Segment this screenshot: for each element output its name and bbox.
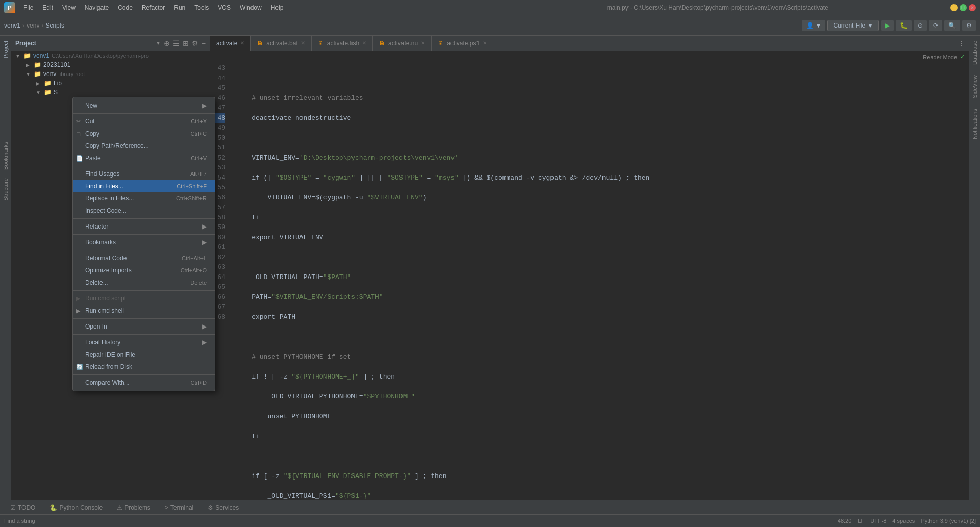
menu-refactor[interactable]: Refactor: [138, 3, 169, 12]
ctx-paste[interactable]: 📄 Paste Ctrl+V: [73, 152, 215, 164]
bottom-tab-python-console[interactable]: 🐍 Python Console: [43, 503, 109, 512]
sidebar-tab-bookmarks[interactable]: Bookmarks: [1, 138, 10, 174]
tree-item-20231101[interactable]: ▶ 📁 20231101: [11, 60, 210, 69]
search-everywhere-button[interactable]: 🔍: [944, 20, 960, 31]
code-line-43: [236, 73, 969, 84]
menu-code[interactable]: Code: [114, 3, 137, 12]
tabs-more-button[interactable]: ⋮: [954, 39, 969, 47]
editor-area: activate ✕ 🗎 activate.bat ✕ 🗎 activate.f…: [210, 36, 969, 500]
profile-button[interactable]: 👤 ▼: [802, 20, 825, 31]
reader-mode-label[interactable]: Reader Mode: [923, 54, 957, 60]
title-bar: P File Edit View Navigate Code Refactor …: [0, 0, 980, 15]
ctx-reload-disk[interactable]: 🔄 Reload from Disk: [73, 361, 215, 373]
ctx-compare-with[interactable]: Compare With... Ctrl+D: [73, 377, 215, 389]
find-string-label[interactable]: Find a string: [4, 518, 35, 524]
ctx-cut[interactable]: ✂ Cut Ctrl+X: [73, 115, 215, 128]
ctx-copy-path[interactable]: Copy Path/Reference...: [73, 140, 215, 152]
ctx-replace-in-files[interactable]: Replace in Files... Ctrl+Shift+R: [73, 192, 215, 205]
menu-help[interactable]: Help: [267, 3, 288, 12]
ctx-run-cmd-shell[interactable]: ▶ Run cmd shell: [73, 305, 215, 317]
context-menu: New ▶ ✂ Cut Ctrl+X ◻ Copy Ctrl+C Copy Pa…: [72, 97, 215, 391]
code-line-52: [236, 253, 969, 263]
code-content[interactable]: # unset irrelevant variables deactivate …: [232, 63, 969, 500]
ctx-delete[interactable]: Delete... Delete: [73, 277, 215, 289]
coverage-button[interactable]: ⊙: [914, 20, 927, 31]
tab-activate-fish-close[interactable]: ✕: [362, 40, 366, 46]
indent-setting[interactable]: 4 spaces: [892, 518, 915, 524]
tree-item-venv1[interactable]: ▼ 📁 venv1 C:\Users\Xu Han\Desktop\pychar…: [11, 51, 210, 60]
sidebar-tab-sideview[interactable]: SideView: [970, 70, 979, 104]
sidebar-tab-database[interactable]: Database: [970, 36, 979, 70]
bottom-tab-services[interactable]: ⚙ Services: [202, 503, 245, 512]
tab-activate-fish[interactable]: 🗎 activate.fish ✕: [312, 36, 373, 51]
services-icon: ⚙: [208, 504, 213, 511]
ctx-bookmarks[interactable]: Bookmarks ▶: [73, 236, 215, 248]
breadcrumb-sep2: ›: [41, 22, 43, 29]
run-button[interactable]: ▶: [881, 20, 894, 31]
tree-item-lib[interactable]: ▶ 📁 Lib: [11, 79, 210, 88]
breadcrumb-venv[interactable]: venv: [27, 22, 39, 29]
breadcrumb-venv1[interactable]: venv1: [4, 22, 20, 29]
bottom-tab-problems[interactable]: ⚠ Problems: [111, 503, 157, 512]
ctx-copy[interactable]: ◻ Copy Ctrl+C: [73, 128, 215, 140]
python-version[interactable]: Python 3.9 (venv1) [2]: [921, 518, 976, 524]
debug-button[interactable]: 🐛: [896, 20, 912, 31]
minimize-button[interactable]: —: [950, 4, 958, 11]
ctx-open-in[interactable]: Open In ▶: [73, 320, 215, 333]
breadcrumb: venv1 › venv › Scripts: [4, 22, 799, 29]
tab-activate[interactable]: activate ✕: [210, 36, 251, 51]
services-label: Services: [215, 504, 239, 511]
file-encoding[interactable]: UTF-8: [870, 518, 886, 524]
menu-tools[interactable]: Tools: [190, 3, 213, 12]
run-config-selector[interactable]: Current File ▼: [827, 20, 879, 31]
tree-item-venv[interactable]: ▼ 📁 venv library root: [11, 69, 210, 79]
project-expand-all[interactable]: ⊕: [164, 39, 170, 47]
tab-activate-bat-close[interactable]: ✕: [301, 40, 305, 46]
tab-activate-ps1-close[interactable]: ✕: [483, 40, 487, 46]
ctx-inspect-code[interactable]: Inspect Code...: [73, 205, 215, 217]
problems-label: Problems: [124, 504, 150, 511]
ctx-new[interactable]: New ▶: [73, 99, 215, 112]
ctx-refactor[interactable]: Refactor ▶: [73, 220, 215, 233]
tab-activate-nu[interactable]: 🗎 activate.nu ✕: [373, 36, 432, 51]
menu-navigate[interactable]: Navigate: [81, 3, 113, 12]
maximize-button[interactable]: ❐: [960, 4, 967, 11]
project-filter[interactable]: ⊞: [183, 39, 189, 47]
tab-activate-nu-close[interactable]: ✕: [421, 40, 425, 46]
sidebar-tab-structure[interactable]: Structure: [1, 174, 10, 205]
menu-file[interactable]: File: [19, 3, 37, 12]
project-settings[interactable]: ⚙: [192, 39, 198, 47]
breadcrumb-scripts[interactable]: Scripts: [45, 22, 64, 29]
menu-edit[interactable]: Edit: [38, 3, 57, 12]
tree-item-scripts[interactable]: ▼ 📁 S: [11, 88, 210, 97]
bottom-tab-terminal[interactable]: > Terminal: [159, 503, 199, 512]
sidebar-tab-notifications[interactable]: Notifications: [970, 104, 979, 144]
menu-run[interactable]: Run: [170, 3, 189, 12]
code-editor[interactable]: 43 44 45 46 47 48 49 50 51 52 53 54 55 5…: [210, 63, 969, 500]
tab-activate-ps1[interactable]: 🗎 activate.ps1 ✕: [432, 36, 493, 51]
code-line-57: # unset PYTHONHOME if set: [236, 352, 969, 362]
settings-button[interactable]: ⚙: [962, 20, 976, 31]
ctx-reformat[interactable]: Reformat Code Ctrl+Alt+L: [73, 252, 215, 264]
profile-run-button[interactable]: ⟳: [929, 20, 942, 31]
tab-activate-close[interactable]: ✕: [240, 40, 244, 46]
ctx-local-history[interactable]: Local History ▶: [73, 336, 215, 348]
tab-activate-bat[interactable]: 🗎 activate.bat ✕: [251, 36, 311, 51]
ctx-optimize-imports[interactable]: Optimize Imports Ctrl+Alt+O: [73, 264, 215, 277]
ctx-find-in-files[interactable]: Find in Files... Ctrl+Shift+F: [73, 180, 215, 192]
menu-window[interactable]: Window: [236, 3, 266, 12]
code-line-58: if ! [ -z "${PYTHONHOME+_}" ] ; then: [236, 372, 969, 382]
project-collapse-all[interactable]: ☰: [173, 39, 180, 47]
ctx-find-usages[interactable]: Find Usages Alt+F7: [73, 168, 215, 180]
ctx-repair-ide[interactable]: Repair IDE on File: [73, 348, 215, 361]
menu-view[interactable]: View: [58, 3, 80, 12]
sidebar-tab-project[interactable]: Project: [1, 36, 10, 63]
code-line-53: _OLD_VIRTUAL_PATH="$PATH": [236, 272, 969, 283]
close-button[interactable]: ✕: [969, 4, 976, 11]
bottom-tab-todo[interactable]: ☑ TODO: [4, 503, 41, 512]
menu-vcs[interactable]: VCS: [214, 3, 235, 12]
project-minimize[interactable]: −: [202, 39, 206, 47]
cursor-position[interactable]: 48:20: [838, 518, 852, 524]
line-ending[interactable]: LF: [858, 518, 864, 524]
ctx-sep-9: [73, 374, 215, 375]
